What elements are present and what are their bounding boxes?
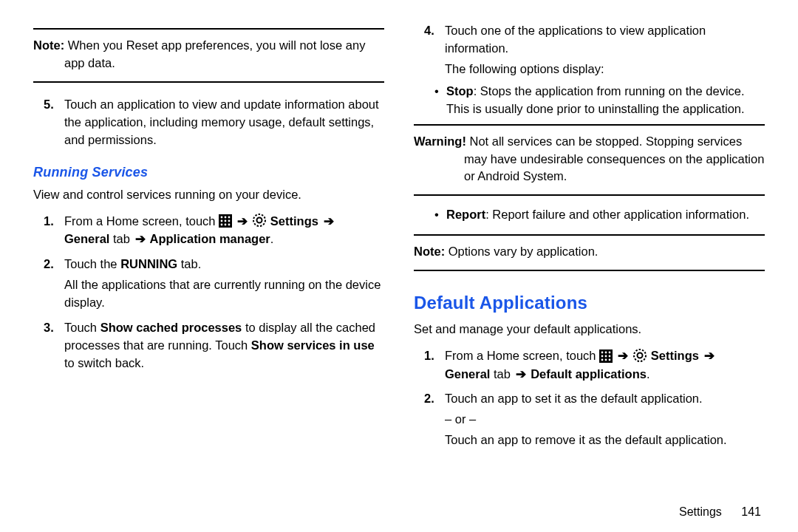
step-number: 2. [424, 390, 445, 449]
svg-point-23 [638, 352, 643, 358]
default-step-2: 2. Touch an app to set it as the default… [424, 390, 765, 449]
footer-page-number: 141 [741, 505, 761, 518]
step-4: 4. Touch one of the applications to view… [424, 22, 765, 78]
general-label: General [445, 367, 490, 381]
step-body: Touch an app to set it as the default ap… [445, 390, 765, 449]
step-body: From a Home screen, touch ➔ Settings ➔ G… [64, 213, 384, 249]
intro-running-services: View and control services running on you… [33, 186, 384, 204]
apps-grid-icon [599, 348, 613, 366]
arrow-icon: ➔ [134, 232, 147, 245]
running-step-1: 1. From a Home screen, touch ➔ Settings … [44, 213, 384, 249]
period: . [270, 232, 274, 245]
svg-point-5 [225, 220, 227, 222]
step-subtext: All the applications that are currently … [64, 276, 384, 312]
footer-chapter: Settings [679, 505, 722, 518]
step-number: 1. [44, 213, 64, 249]
svg-point-9 [228, 224, 231, 226]
text: tab. [177, 257, 201, 270]
text: Touch an app to remove it as the default… [445, 432, 765, 449]
step-number: 4. [424, 22, 445, 78]
text: The following options display: [445, 61, 765, 78]
step-body: Touch one of the applications to view ap… [445, 22, 765, 78]
step-body: Touch an application to view and update … [64, 96, 384, 149]
svg-point-7 [221, 224, 223, 226]
note-lead: Note: [414, 245, 445, 258]
arrow-icon: ➔ [514, 367, 528, 381]
or-separator: – or – [445, 411, 765, 429]
running-step-2: 2. Touch the RUNNING tab. All the applic… [44, 256, 384, 312]
step-number: 5. [44, 96, 64, 149]
page-footer: Settings 141 [679, 505, 761, 519]
heading-default-applications: Default Applications [414, 290, 765, 316]
step-body: Touch the RUNNING tab. All the applicati… [64, 256, 384, 312]
arrow-icon: ➔ [703, 349, 716, 362]
text: to switch back. [64, 356, 144, 369]
svg-point-22 [634, 349, 646, 361]
note-text: When you Reset app preferences, you will… [64, 38, 365, 52]
svg-point-1 [221, 216, 223, 219]
step-body: Touch Show cached processes to display a… [64, 319, 384, 372]
intro-default-apps: Set and manage your default applications… [414, 321, 765, 338]
note-reset-prefs: Note: When you Reset app preferences, yo… [33, 35, 384, 75]
arrow-icon: ➔ [236, 214, 249, 228]
text: Touch the [64, 257, 120, 270]
svg-point-6 [228, 220, 231, 222]
svg-point-15 [609, 351, 611, 353]
heading-running-services: Running Services [33, 163, 384, 182]
text: : Stops the application from running on … [446, 84, 745, 115]
show-cached-label: Show cached processes [100, 321, 242, 334]
apps-grid-icon [219, 213, 232, 231]
svg-point-11 [257, 218, 262, 223]
text: Touch [64, 321, 100, 334]
running-step-3: 3. Touch Show cached processes to displa… [44, 319, 384, 372]
rule [414, 124, 765, 126]
running-label: RUNNING [120, 257, 177, 270]
step-number: 1. [424, 347, 445, 383]
settings-label: Settings [651, 349, 703, 362]
right-column: 4. Touch one of the applications to view… [414, 22, 765, 517]
rule [33, 81, 384, 83]
svg-point-16 [601, 355, 604, 357]
step-5: 5. Touch an application to view and upda… [44, 96, 384, 149]
svg-point-20 [605, 358, 607, 361]
bullet-icon: • [434, 206, 446, 224]
note-text-line2: app data. [64, 55, 384, 72]
bullet-body: Report: Report failure and other applica… [446, 206, 749, 224]
svg-point-17 [605, 355, 607, 357]
settings-label: Settings [270, 214, 322, 228]
text: Touch one of the applications to view ap… [445, 22, 765, 58]
left-column: Note: When you Reset app preferences, yo… [33, 22, 384, 517]
warning-lead: Warning! [414, 134, 466, 148]
bullet-stop: • Stop: Stops the application from runni… [434, 83, 765, 118]
step-number: 3. [44, 319, 64, 372]
text: Touch an app to set it as the default ap… [445, 390, 765, 408]
report-label: Report [446, 208, 485, 221]
rule [414, 194, 765, 196]
step-number: 2. [44, 256, 64, 312]
svg-point-18 [609, 355, 611, 357]
arrow-icon: ➔ [616, 349, 630, 362]
svg-point-8 [225, 224, 227, 226]
stop-label: Stop [446, 84, 474, 98]
text: : Report failure and other application i… [485, 208, 749, 221]
default-step-1: 1. From a Home screen, touch ➔ Settings … [424, 347, 765, 383]
text: tab [490, 367, 514, 381]
default-apps-label: Default applications [528, 367, 647, 381]
appmgr-label: Application manager [147, 232, 270, 245]
svg-point-10 [253, 214, 265, 226]
show-services-label: Show services in use [251, 338, 375, 352]
note-options-vary: Note: Options vary by application. [414, 242, 765, 264]
svg-point-4 [221, 220, 223, 222]
text: tab [109, 232, 133, 245]
general-label: General [64, 232, 109, 245]
rule [414, 270, 765, 271]
arrow-icon: ➔ [322, 214, 335, 228]
rule [414, 234, 765, 236]
svg-point-14 [605, 351, 607, 353]
warning-text-cont: may have undesirable consequences on the… [464, 151, 765, 186]
bullet-icon: • [434, 83, 446, 118]
settings-gear-icon [632, 348, 647, 366]
text: From a Home screen, touch [445, 349, 599, 362]
step-body: From a Home screen, touch ➔ Settings ➔ G… [445, 347, 765, 383]
rule [33, 28, 384, 30]
